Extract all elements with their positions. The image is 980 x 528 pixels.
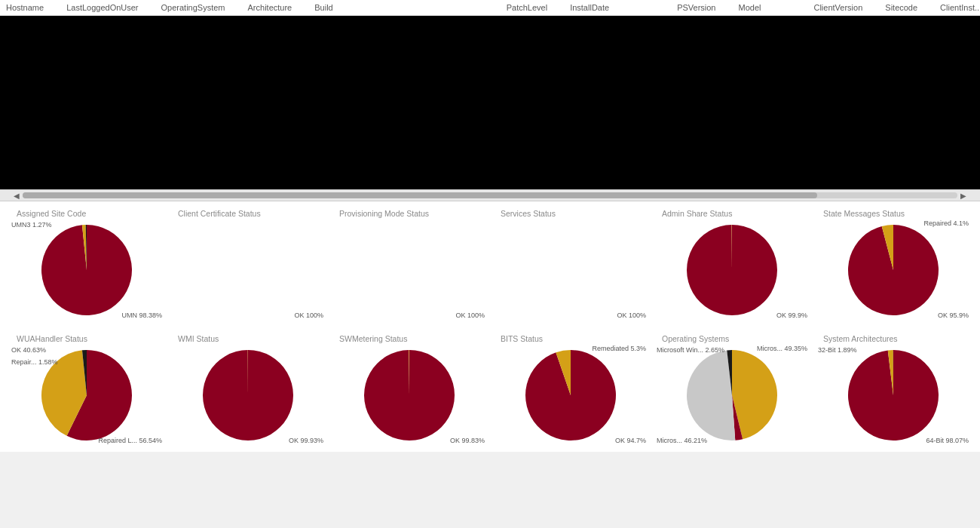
pie-svg bbox=[522, 221, 620, 319]
chart-container: System Architectures64-Bit 98.07%32-Bit … bbox=[813, 334, 974, 452]
horizontal-scrollbar[interactable]: ◀ ▶ bbox=[0, 189, 980, 201]
pie-chart[interactable]: OK 99.93% bbox=[199, 346, 297, 444]
charts-row-2: WUAHandler StatusRepaired L... 56.54%OK … bbox=[0, 334, 980, 452]
pie-chart[interactable]: OK 100% bbox=[522, 221, 620, 319]
pie-svg bbox=[683, 221, 781, 319]
chart-container: Services StatusOK 100% bbox=[490, 209, 651, 327]
pie-chart[interactable]: OK 100% bbox=[360, 221, 458, 319]
chart-title: System Architectures bbox=[816, 334, 898, 343]
pie-label: OK 99.93% bbox=[289, 437, 323, 444]
pie-chart[interactable]: Micros... 46.21%Microsoft Win... 2.65%Mi… bbox=[683, 346, 781, 444]
pie-svg bbox=[844, 221, 942, 319]
pie-label: OK 94.7% bbox=[615, 437, 646, 444]
pie-label: OK 100% bbox=[455, 312, 485, 319]
chart-container: Client Certificate StatusOK 100% bbox=[167, 209, 329, 327]
pie-svg bbox=[360, 221, 458, 319]
chart-container: Provisioning Mode StatusOK 100% bbox=[329, 209, 490, 327]
chart-title: State Messages Status bbox=[816, 209, 905, 218]
pie-chart[interactable]: OK 94.7%Remediated 5.3% bbox=[522, 346, 620, 444]
col-hostname[interactable]: Hostname bbox=[6, 3, 44, 12]
col-clientversion[interactable]: ClientVersion bbox=[813, 3, 862, 12]
pie-label: Micros... 46.21% bbox=[657, 437, 707, 444]
pie-label: 64-Bit 98.07% bbox=[926, 437, 969, 444]
chart-title: Admin Share Status bbox=[654, 209, 732, 218]
pie-label: Repaired L... 56.54% bbox=[98, 437, 162, 444]
pie-label: OK 40.63% bbox=[11, 346, 46, 354]
charts-section: Assigned Site CodeUMN 98.38%UMN3 1.27%Cl… bbox=[0, 201, 980, 452]
table-header: Hostname LastLoggedOnUser OperatingSyste… bbox=[0, 0, 980, 16]
pie-chart[interactable]: UMN 98.38%UMN3 1.27% bbox=[38, 221, 136, 319]
pie-label: Repair... 1.58% bbox=[11, 358, 58, 366]
pie-chart[interactable]: OK 99.83% bbox=[360, 346, 458, 444]
col-clientinst[interactable]: ClientInst... bbox=[940, 3, 980, 12]
pie-label: OK 100% bbox=[617, 312, 646, 319]
pie-chart[interactable]: Repaired L... 56.54%OK 40.63%Repair... 1… bbox=[38, 346, 136, 444]
scrollbar-track[interactable] bbox=[23, 192, 957, 198]
pie-label: OK 99.9% bbox=[776, 312, 807, 319]
chart-container: Assigned Site CodeUMN 98.38%UMN3 1.27% bbox=[6, 209, 167, 327]
pie-label: OK 100% bbox=[294, 312, 323, 319]
chart-title: SWMetering Status bbox=[332, 334, 407, 343]
pie-label: OK 99.83% bbox=[450, 437, 485, 444]
scrollbar-thumb[interactable] bbox=[23, 192, 817, 198]
pie-label: Microsoft Win... 2.65% bbox=[657, 346, 724, 354]
pie-label: Repaired 4.1% bbox=[923, 219, 969, 227]
chart-container: Operating SystemsMicros... 46.21%Microso… bbox=[651, 334, 813, 452]
pie-chart[interactable]: OK 99.9% bbox=[683, 221, 781, 319]
pie-svg bbox=[38, 221, 136, 319]
pie-chart[interactable]: 64-Bit 98.07%32-Bit 1.89% bbox=[844, 346, 942, 444]
col-installdate[interactable]: InstallDate bbox=[570, 3, 609, 12]
charts-row-1: Assigned Site CodeUMN 98.38%UMN3 1.27%Cl… bbox=[0, 209, 980, 327]
pie-label: Remediated 5.3% bbox=[592, 345, 646, 352]
col-os[interactable]: OperatingSystem bbox=[161, 3, 225, 12]
chart-title: Client Certificate Status bbox=[170, 209, 261, 218]
chart-title: WUAHandler Status bbox=[9, 334, 87, 343]
pie-svg bbox=[683, 346, 781, 444]
scroll-left-arrow[interactable]: ◀ bbox=[11, 192, 23, 200]
data-display-area bbox=[0, 16, 980, 189]
chart-title: Provisioning Mode Status bbox=[332, 209, 429, 218]
chart-container: SWMetering StatusOK 99.83% bbox=[329, 334, 490, 452]
col-model[interactable]: Model bbox=[739, 3, 761, 12]
pie-svg bbox=[522, 346, 620, 444]
pie-svg bbox=[199, 221, 297, 319]
chart-container: WMI StatusOK 99.93% bbox=[167, 334, 329, 452]
pie-svg bbox=[199, 346, 297, 444]
chart-title: WMI Status bbox=[170, 334, 219, 343]
chart-container: BITS StatusOK 94.7%Remediated 5.3% bbox=[490, 334, 651, 452]
chart-title: Assigned Site Code bbox=[9, 209, 86, 218]
chart-container: WUAHandler StatusRepaired L... 56.54%OK … bbox=[6, 334, 167, 452]
chart-title: Services Status bbox=[493, 209, 556, 218]
chart-container: State Messages StatusOK 95.9%Repaired 4.… bbox=[813, 209, 974, 327]
pie-label: Micros... 49.35% bbox=[757, 345, 807, 352]
scroll-right-arrow[interactable]: ▶ bbox=[957, 192, 969, 200]
pie-label: UMN3 1.27% bbox=[11, 221, 52, 229]
col-sitecode[interactable]: Sitecode bbox=[885, 3, 917, 12]
chart-container: Admin Share StatusOK 99.9% bbox=[651, 209, 813, 327]
col-lastloggedon[interactable]: LastLoggedOnUser bbox=[66, 3, 138, 12]
col-build[interactable]: Build bbox=[314, 3, 332, 12]
pie-label: 32-Bit 1.89% bbox=[818, 346, 857, 354]
pie-chart[interactable]: OK 100% bbox=[199, 221, 297, 319]
pie-svg bbox=[360, 346, 458, 444]
pie-chart[interactable]: OK 95.9%Repaired 4.1% bbox=[844, 221, 942, 319]
pie-label: UMN 98.38% bbox=[121, 312, 162, 319]
pie-label: OK 95.9% bbox=[938, 312, 969, 319]
col-arch[interactable]: Architecture bbox=[248, 3, 292, 12]
pie-svg bbox=[844, 346, 942, 444]
col-psversion[interactable]: PSVersion bbox=[677, 3, 715, 12]
chart-title: Operating Systems bbox=[654, 334, 729, 343]
col-patchlevel[interactable]: PatchLevel bbox=[507, 3, 547, 12]
chart-title: BITS Status bbox=[493, 334, 543, 343]
